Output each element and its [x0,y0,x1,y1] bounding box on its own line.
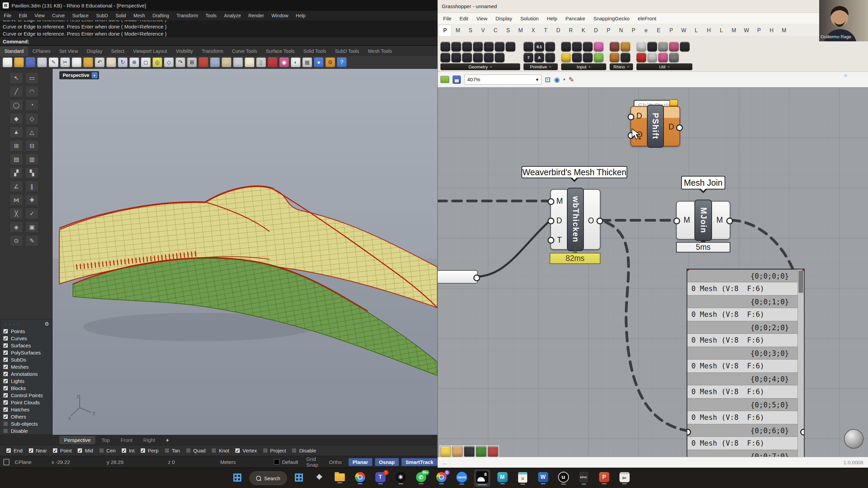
osnap-checkbox[interactable]: ✓ [77,448,82,453]
filter-item[interactable]: ✓ Blocks [3,385,52,392]
status-toggle[interactable]: Ortho [325,458,346,466]
hollow-arrow-icon[interactable] [647,53,657,62]
osnap-toggle[interactable]: ✓ Perp [140,448,159,453]
category-tab[interactable]: P [438,25,452,36]
category-tab[interactable]: H [765,25,778,36]
rhino-menu-item[interactable]: File [0,13,15,18]
param-integer-icon[interactable]: 7 [524,53,533,62]
toolbar-tab[interactable]: Select [107,46,129,56]
sticky-note-icon[interactable] [669,99,678,106]
osnap-toggle[interactable]: ✓ Tan [164,448,180,453]
cherry-picker-icon[interactable] [636,53,646,62]
display-octagon-icon[interactable] [863,75,865,77]
display-options-icon[interactable] [210,58,220,67]
zoom-dynamic-icon[interactable]: ⊕ [130,58,139,67]
word-icon[interactable]: W [535,469,551,487]
filter-item[interactable]: ✓ Surfaces [3,342,52,349]
category-bar[interactable]: Geometry+ [440,63,520,70]
category-bar[interactable]: Util+ [636,63,692,70]
line-tool[interactable]: ╱ [9,86,23,97]
category-bar[interactable]: Rhino+ [610,63,633,70]
param-mesh-icon[interactable] [506,42,515,52]
category-tab[interactable]: T [539,25,552,36]
osnap-checkbox[interactable]: ✓ [263,448,268,453]
named-view-icon[interactable] [199,58,208,67]
category-tab[interactable]: H [703,25,715,36]
osnap-checkbox[interactable]: ✓ [6,448,11,453]
viewport-menu-caret-icon[interactable]: ▾ [92,72,98,78]
rhino8-icon[interactable]: 8 [474,469,490,487]
param-vector-icon[interactable] [451,42,461,52]
cplane-indicator[interactable]: CPlane [9,459,52,465]
osnap-checkbox[interactable]: ✓ [99,448,104,453]
powerpoint-icon[interactable]: P [596,469,612,487]
param-path-icon[interactable] [545,42,555,52]
expand-icon[interactable]: + [589,65,591,69]
rhino-menu-item[interactable]: Surface [68,13,92,18]
filter-checkbox[interactable]: ✓ [3,386,8,391]
param-point-icon[interactable] [440,42,450,52]
osnap-checkbox[interactable]: ✓ [53,448,58,453]
render-sphere-icon[interactable]: ● [314,58,323,67]
toolbar-tab[interactable]: SubD Tools [331,46,363,56]
mesh-tool[interactable]: ▞ [9,167,23,179]
epic-games-icon[interactable]: EPIC [576,469,592,487]
category-tab[interactable]: K [577,25,590,36]
filter-item[interactable]: ✓ Control Points [3,392,52,399]
rhino-menu-item[interactable]: Drafting [149,13,173,18]
gradient-icon[interactable] [594,53,604,62]
whatsapp-icon[interactable]: ✆ 99+ [413,469,429,487]
zoom-extents-icon[interactable]: ⊡ [545,76,551,84]
toolbar-tab[interactable]: CPlanes [28,46,55,56]
grasshopper-menu-item[interactable]: File [439,16,455,21]
copy-icon[interactable] [72,58,81,67]
category-tab[interactable]: S [502,25,514,36]
category-tab[interactable]: W [677,25,690,36]
category-tab[interactable]: S [464,25,477,36]
rhino-menu-item[interactable]: Curve [48,13,68,18]
shade-tool[interactable]: ▥ [25,154,39,165]
chatgpt-icon[interactable]: ✳ [393,469,409,487]
item-list-icon[interactable] [583,53,593,62]
param-subd-icon[interactable] [495,53,505,62]
filter-item[interactable]: ✓ Meshes [3,363,52,370]
filter-checkbox[interactable]: ✓ [3,414,8,419]
param-link-icon[interactable] [473,53,483,62]
param-surface-icon[interactable] [440,53,450,62]
grid-tool[interactable]: ⊞ [9,140,23,151]
task-view-icon[interactable]: ❖ [311,469,328,487]
start-button[interactable]: ⊞ [229,469,245,487]
param-number-icon[interactable]: 0.1 [534,42,544,52]
component-widget[interactable] [464,446,475,457]
param-line-icon[interactable] [462,53,472,62]
rhino-menu-item[interactable]: Transform [173,13,202,18]
command-prompt[interactable]: Command: [0,37,437,46]
meshjoin-component[interactable]: MJoin M M [676,201,730,240]
filter-checkbox[interactable]: ✓ [3,364,8,369]
filter-checkbox[interactable]: ✓ [3,393,8,398]
statusbar-panel-icon[interactable] [3,459,9,465]
color-wheel-icon[interactable]: ◉ [279,58,289,67]
osnap-toggle[interactable]: ✓ Mid [77,448,93,453]
plugin-widget[interactable] [476,446,487,457]
category-tab[interactable]: E [652,25,665,36]
start-button[interactable]: ⊞ [291,469,307,487]
filter-item[interactable]: ✓ Others [3,413,52,420]
osnap-checkbox[interactable]: ✓ [28,448,34,453]
param-circle-icon[interactable] [462,42,472,52]
expand-icon[interactable]: + [627,65,629,69]
meshjoin-output-m-grip[interactable] [726,218,733,224]
object-attributes-icon[interactable] [620,53,630,62]
osnap-toggle[interactable]: ✓ Point [53,448,72,453]
zoom-window-icon[interactable]: ◻ [141,58,151,67]
pan-icon[interactable] [106,58,116,67]
input-component-stub[interactable] [437,270,478,284]
viewport-tab[interactable]: + [161,436,174,444]
new-file-icon[interactable] [3,58,12,67]
category-tab[interactable]: M [452,25,464,36]
boolean-tool[interactable]: ⋈ [9,194,23,206]
filter-checkbox[interactable]: ✓ [3,400,8,405]
param-data-icon[interactable] [545,53,555,62]
filter-checkbox[interactable]: ✓ [3,428,8,433]
layer-color-swatch[interactable] [274,459,279,465]
